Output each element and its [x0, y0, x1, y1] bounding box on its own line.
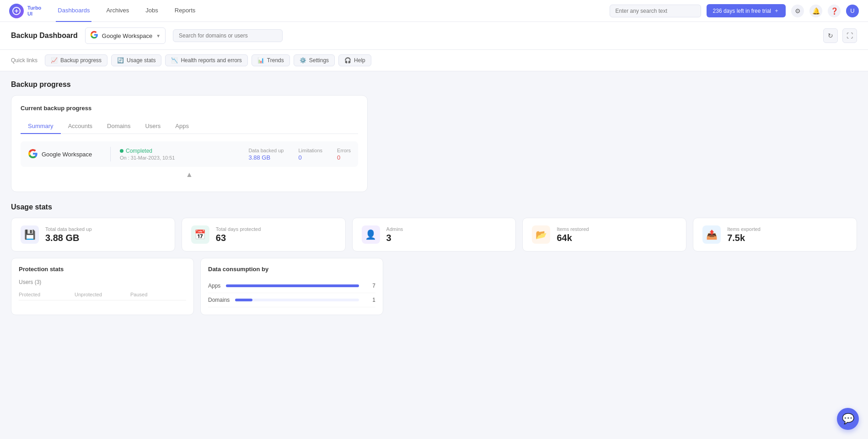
protection-header-row: Protected Unprotected Paused: [19, 289, 186, 300]
collapse-button[interactable]: ▲: [186, 171, 193, 179]
data-backed-up-label: Data backed up: [248, 148, 284, 153]
settings-icon[interactable]: ⚙: [791, 5, 804, 17]
quick-link-settings[interactable]: ⚙️ Settings: [294, 54, 335, 66]
health-reports-icon: 📉: [171, 57, 178, 64]
items-exported-icon: 📤: [702, 225, 721, 244]
domain-search-input[interactable]: [173, 29, 283, 42]
status-date: On : 31-Mar-2023, 10:51: [120, 155, 175, 161]
google-workspace-icon: [28, 149, 38, 160]
help-icon: 🎧: [344, 57, 351, 64]
domains-bar: [235, 299, 252, 301]
backup-source-name: Google Workspace: [42, 151, 92, 158]
header-bar: Backup Dashboard Google Workspace ▼ ↻ ⛶: [0, 22, 868, 50]
divider: [110, 147, 111, 161]
stat-value-admins: 3: [386, 233, 403, 243]
protected-header: Protected: [19, 292, 75, 297]
data-consumption-title: Data consumption by: [208, 266, 375, 273]
stat-card-admins: 👤 Admins 3: [352, 218, 516, 252]
expand-icon[interactable]: ⛶: [842, 28, 857, 43]
tab-domains[interactable]: Domains: [100, 119, 138, 134]
stat-label-data-backed-up: Total data backed up: [45, 226, 92, 232]
avatar[interactable]: U: [846, 5, 859, 17]
backup-progress-card: Current backup progress Summary Accounts…: [11, 95, 368, 192]
search-input[interactable]: [610, 5, 701, 17]
help-icon[interactable]: ❓: [828, 5, 841, 17]
google-icon: [90, 31, 98, 41]
protection-stats-card: Protection stats Users (3) Protected Unp…: [11, 258, 194, 315]
stat-info-admins: Admins 3: [386, 226, 403, 243]
apps-label: Apps: [208, 283, 220, 289]
trends-icon: 📊: [257, 57, 264, 64]
stat-value-days-protected: 63: [216, 233, 261, 243]
refresh-icon[interactable]: ↻: [823, 28, 838, 43]
tab-users[interactable]: Users: [138, 119, 168, 134]
quick-links-label: Quick links: [11, 57, 38, 64]
stats-grid: 💾 Total data backed up 3.88 GB 📅 Total d…: [11, 218, 857, 252]
nav-link-dashboards[interactable]: Dashboards: [56, 0, 91, 22]
admins-icon: 👤: [362, 225, 380, 244]
logo-area: TurboUI: [9, 4, 41, 18]
domain-selector[interactable]: Google Workspace ▼: [85, 27, 166, 44]
stat-label-admins: Admins: [386, 226, 403, 232]
stat-info-items-restored: Items restored 64k: [557, 226, 589, 243]
quick-link-backup-progress[interactable]: 📈 Backup progress: [45, 54, 107, 66]
backup-tabs: Summary Accounts Domains Users Apps: [21, 119, 358, 134]
usage-stats-section-title: Usage stats: [11, 203, 857, 211]
data-item-domains: Domains 1: [208, 293, 375, 307]
current-backup-progress-title: Current backup progress: [21, 105, 358, 112]
tab-summary[interactable]: Summary: [21, 119, 61, 134]
quick-link-health-reports[interactable]: 📉 Health reports and errors: [165, 54, 247, 66]
domains-value: 1: [364, 297, 375, 303]
usage-stats-icon: 🔄: [117, 57, 124, 64]
card-collapse: ▲: [21, 167, 358, 182]
notifications-icon[interactable]: 🔔: [809, 5, 822, 17]
backup-meta: Data backed up 3.88 GB Limitations 0 Err…: [248, 148, 351, 161]
settings-label: Settings: [309, 57, 329, 64]
main-content: Backup progress Current backup progress …: [0, 71, 868, 324]
apps-value: 7: [364, 283, 375, 289]
quick-link-help[interactable]: 🎧 Help: [338, 54, 371, 66]
nav-link-archives[interactable]: Archives: [104, 0, 131, 22]
stat-card-days-protected: 📅 Total days protected 63: [182, 218, 346, 252]
protection-stats-title: Protection stats: [19, 266, 186, 273]
apps-bar-wrap: [226, 284, 359, 287]
backup-progress-icon: 📈: [51, 57, 58, 64]
stat-info-days-protected: Total days protected 63: [216, 226, 261, 243]
errors-label: Errors: [337, 148, 351, 153]
top-nav: TurboUI Dashboards Archives Jobs Reports…: [0, 0, 868, 22]
backup-progress-label: Backup progress: [60, 57, 102, 64]
plus-icon: ＋: [774, 7, 779, 15]
paused-header: Paused: [130, 292, 186, 297]
nav-link-jobs[interactable]: Jobs: [144, 0, 160, 22]
quick-link-usage-stats[interactable]: 🔄 Usage stats: [111, 54, 161, 66]
stat-card-items-exported: 📤 Items exported 7.5k: [693, 218, 857, 252]
nav-link-reports[interactable]: Reports: [173, 0, 198, 22]
stat-card-items-restored: 📂 Items restored 64k: [522, 218, 686, 252]
quick-links-bar: Quick links 📈 Backup progress 🔄 Usage st…: [0, 50, 868, 71]
trial-button[interactable]: 236 days left in free trial ＋: [707, 4, 786, 17]
stat-value-items-exported: 7.5k: [727, 233, 761, 243]
errors-value[interactable]: 0: [337, 154, 351, 161]
tab-accounts[interactable]: Accounts: [61, 119, 100, 134]
trial-label: 236 days left in free trial: [713, 8, 771, 14]
backup-row: Google Workspace Completed On : 31-Mar-2…: [21, 141, 358, 167]
header-actions: ↻ ⛶: [823, 28, 857, 43]
status-label: Completed: [126, 148, 152, 154]
limitations: Limitations 0: [298, 148, 322, 161]
users-sub-title: Users (3): [19, 279, 186, 285]
status-dot: [120, 149, 123, 153]
data-consumption-card: Data consumption by Apps 7 Domains 1: [200, 258, 383, 315]
quick-link-trends[interactable]: 📊 Trends: [252, 54, 290, 66]
limitations-value[interactable]: 0: [298, 154, 322, 161]
data-backed-up: Data backed up 3.88 GB: [248, 148, 284, 161]
backup-progress-section-title: Backup progress: [11, 80, 857, 89]
logo-icon: [9, 4, 24, 18]
tab-apps[interactable]: Apps: [168, 119, 196, 134]
domains-bar-wrap: [235, 299, 359, 301]
health-reports-label: Health reports and errors: [181, 57, 241, 64]
stat-card-data-backed-up: 💾 Total data backed up 3.88 GB: [11, 218, 175, 252]
items-restored-icon: 📂: [532, 225, 550, 244]
data-backed-up-value[interactable]: 3.88 GB: [248, 154, 284, 161]
chevron-down-icon: ▼: [156, 33, 161, 38]
logo-text: TurboUI: [27, 5, 41, 16]
